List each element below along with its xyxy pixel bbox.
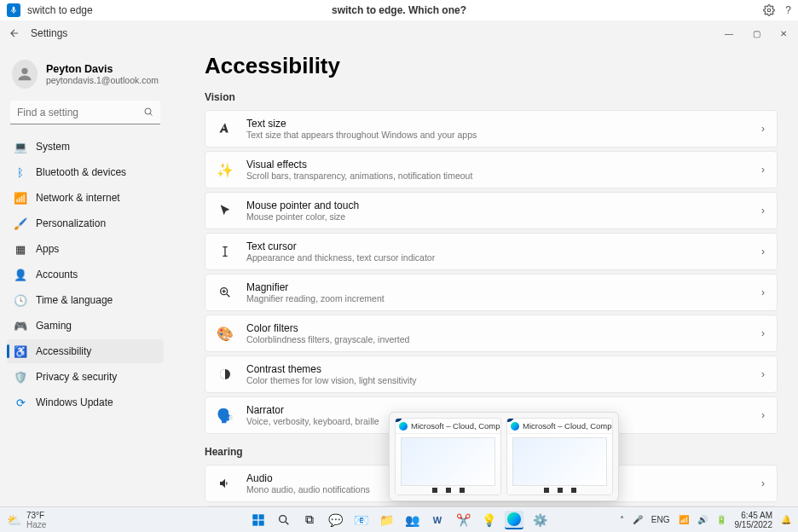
settings-gear-icon[interactable] <box>763 4 775 16</box>
gaming-icon: 🎮 <box>14 319 27 332</box>
condition: Haze <box>26 520 46 529</box>
card-title: Contrast themes <box>246 363 417 375</box>
nav-bluetooth[interactable]: ᛒBluetooth & devices <box>7 160 164 184</box>
nav-label: Gaming <box>36 320 72 332</box>
svg-rect-6 <box>259 514 264 519</box>
card-magnifier[interactable]: MagnifierMagnifier reading, zoom increme… <box>205 274 778 311</box>
card-sub: Scroll bars, transparency, animations, n… <box>246 171 472 181</box>
edge-icon <box>511 422 519 431</box>
card-contrast[interactable]: Contrast themesColor themes for low visi… <box>205 356 778 393</box>
bluetooth-icon: ᛒ <box>14 165 27 179</box>
palette-icon: 🎨 <box>216 326 234 342</box>
chevron-right-icon: › <box>761 164 765 176</box>
thumbnail-1[interactable]: 1 Microsoft – Cloud, Computers, ... <box>395 418 501 495</box>
chevron-right-icon: › <box>761 205 765 217</box>
card-title: Mouse pointer and touch <box>246 200 359 211</box>
effects-icon: ✨ <box>216 162 234 178</box>
nav-system[interactable]: 💻System <box>7 135 164 159</box>
nav-privacy[interactable]: 🛡️Privacy & security <box>7 365 164 389</box>
close-button[interactable]: ✕ <box>778 29 789 38</box>
card-sub: Text size that appears throughout Window… <box>246 130 477 140</box>
magnifier-icon <box>216 286 234 299</box>
volume-tray-icon[interactable]: 🔊 <box>697 515 708 524</box>
temperature: 73°F <box>26 511 46 520</box>
nav-accessibility[interactable]: ♿Accessibility <box>7 339 164 363</box>
mic-tray-icon[interactable]: 🎤 <box>633 515 643 524</box>
thumbnail-2[interactable]: 2 Microsoft – Cloud, Computers, ... <box>506 418 613 495</box>
card-title: Color filters <box>246 322 409 334</box>
tips-app[interactable]: 💡 <box>479 511 498 529</box>
settings-app[interactable]: ⚙️ <box>530 511 549 529</box>
thumb-title: Microsoft – Cloud, Computers, ... <box>523 421 612 431</box>
search-input[interactable] <box>10 101 160 124</box>
contrast-icon <box>216 367 234 381</box>
user-name: Peyton Davis <box>46 63 159 75</box>
snip-app[interactable]: ✂️ <box>454 511 472 529</box>
wifi-tray-icon[interactable]: 📶 <box>679 515 689 524</box>
start-button[interactable] <box>249 511 268 529</box>
card-sub: Voice, verbosity, keyboard, braille <box>246 416 379 426</box>
language-indicator[interactable]: ENG <box>651 515 670 524</box>
card-sub: Mono audio, audio notifications <box>246 484 370 494</box>
explorer-app[interactable]: 📁 <box>377 511 396 529</box>
card-sub: Color themes for low vision, light sensi… <box>246 375 417 385</box>
card-color-filters[interactable]: 🎨 Color filtersColorblindness filters, g… <box>205 315 778 352</box>
notifications-icon[interactable]: 🔔 <box>781 515 791 524</box>
wifi-icon: 📶 <box>14 191 27 205</box>
search-icon <box>143 107 153 117</box>
teams-app[interactable]: 👥 <box>402 511 421 529</box>
chevron-right-icon: › <box>761 123 765 135</box>
nav-gaming[interactable]: 🎮Gaming <box>7 314 164 338</box>
tray-chevron-icon[interactable]: ˄ <box>620 515 624 524</box>
nav-label: Accessibility <box>36 345 91 357</box>
svg-point-0 <box>768 9 772 12</box>
nav-time[interactable]: 🕓Time & language <box>7 288 164 312</box>
outlook-app[interactable]: 📧 <box>351 511 370 529</box>
clock[interactable]: 6:45 AM 9/15/2022 <box>735 511 773 529</box>
voice-bar: switch to edge switch to edge. Which one… <box>0 0 798 20</box>
weather-icon: ⛅ <box>7 513 21 527</box>
nav-label: Accounts <box>36 269 78 280</box>
nav-personalization[interactable]: 🖌️Personalization <box>7 211 164 235</box>
user-block[interactable]: Peyton Davis peytondavis.1@outlook.com <box>7 55 164 101</box>
battery-tray-icon[interactable]: 🔋 <box>716 515 726 524</box>
brush-icon: 🖌️ <box>14 217 27 230</box>
nav-network[interactable]: 📶Network & internet <box>7 186 164 210</box>
person-icon: 👤 <box>14 268 27 281</box>
maximize-button[interactable]: ▢ <box>750 29 762 38</box>
clock-icon: 🕓 <box>14 293 27 307</box>
taskbar-thumbnails: 1 Microsoft – Cloud, Computers, ... 2 Mi… <box>389 412 619 501</box>
avatar-icon <box>12 60 38 89</box>
nav-label: Privacy & security <box>36 371 117 383</box>
task-view[interactable]: ⧉ <box>300 511 319 529</box>
chevron-right-icon: › <box>761 246 765 257</box>
chevron-right-icon: › <box>761 286 765 298</box>
card-title: Narrator <box>246 404 379 416</box>
chevron-right-icon: › <box>761 477 765 489</box>
card-text-cursor[interactable]: Text cursorAppearance and thickness, tex… <box>205 233 778 270</box>
card-visual-effects[interactable]: ✨ Visual effectsScroll bars, transparenc… <box>205 151 778 188</box>
nav-label: Windows Update <box>36 396 113 408</box>
card-mouse-pointer[interactable]: Mouse pointer and touchMouse pointer col… <box>205 192 778 229</box>
card-title: Text cursor <box>246 240 435 252</box>
nav-label: Apps <box>36 243 59 255</box>
nav-update[interactable]: ⟳Windows Update <box>7 390 164 414</box>
taskbar: ⛅ 73°F Haze ⧉ 💬 📧 📁 👥 W ✂️ 💡 ⚙️ ˄ 🎤 ENG … <box>0 506 798 532</box>
chevron-right-icon: › <box>761 368 765 380</box>
weather-widget[interactable]: ⛅ 73°F Haze <box>7 511 46 529</box>
teams-chat[interactable]: 💬 <box>326 511 344 529</box>
back-button[interactable] <box>9 27 20 39</box>
mic-icon[interactable] <box>7 3 20 17</box>
edge-app[interactable] <box>505 511 523 529</box>
word-app[interactable]: W <box>428 511 447 529</box>
nav-apps[interactable]: ▦Apps <box>7 237 164 261</box>
card-text-size[interactable]: Text sizeText size that appears througho… <box>205 110 778 147</box>
minimize-button[interactable]: — <box>723 29 735 38</box>
search-taskbar[interactable] <box>275 511 293 529</box>
speaker-icon <box>216 477 234 490</box>
window-title: Settings <box>31 27 67 39</box>
help-icon[interactable]: ? <box>785 4 791 16</box>
nav-accounts[interactable]: 👤Accounts <box>7 263 164 286</box>
apps-icon: ▦ <box>14 242 27 256</box>
time: 6:45 AM <box>735 511 773 520</box>
